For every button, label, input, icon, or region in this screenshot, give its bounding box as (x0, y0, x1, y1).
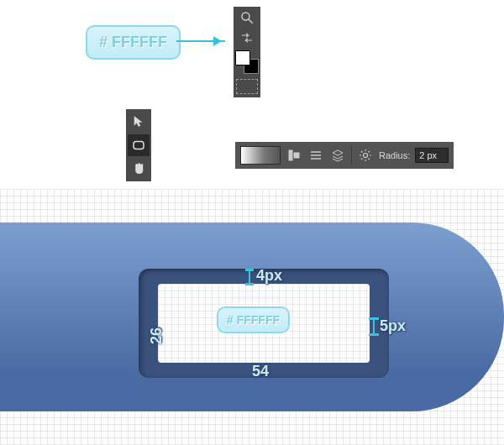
color-swatches[interactable] (235, 50, 259, 74)
magnify-icon[interactable] (235, 8, 259, 27)
svg-rect-4 (294, 153, 299, 158)
align-icon-2[interactable] (307, 147, 324, 164)
align-icon[interactable] (286, 147, 302, 164)
color-chip: # FFFFFF (86, 25, 181, 60)
arrow-indicator (176, 40, 225, 42)
bracket-icon (369, 317, 379, 336)
rounded-rect-tool-icon[interactable] (128, 134, 150, 156)
radius-input[interactable] (415, 148, 449, 163)
foreground-swatch[interactable] (235, 50, 250, 65)
divider (351, 146, 352, 165)
hand-tool-icon[interactable] (128, 158, 150, 180)
quickmask-icon[interactable] (236, 79, 258, 94)
svg-point-0 (242, 13, 249, 20)
layers-icon[interactable] (329, 147, 346, 164)
svg-rect-3 (289, 150, 292, 160)
gradient-preview[interactable] (240, 146, 281, 165)
swap-arrows-icon[interactable] (235, 29, 259, 47)
tools-panel-color (234, 7, 260, 97)
dimension-top: 4px (256, 267, 282, 285)
dimension-height: 26 (148, 327, 165, 344)
svg-line-1 (249, 19, 253, 24)
selection-arrow-icon[interactable] (128, 111, 150, 133)
svg-rect-2 (134, 142, 144, 149)
svg-point-5 (364, 154, 368, 158)
bracket-icon (245, 269, 254, 285)
dimension-width: 54 (252, 363, 269, 380)
dimension-right: 5px (380, 317, 406, 335)
radius-label: Radius: (379, 150, 410, 160)
color-chip-inner: # FFFFFF (217, 306, 290, 333)
gear-icon[interactable] (357, 147, 374, 164)
tools-panel-shape (126, 109, 151, 181)
options-bar: Radius: (235, 142, 454, 169)
